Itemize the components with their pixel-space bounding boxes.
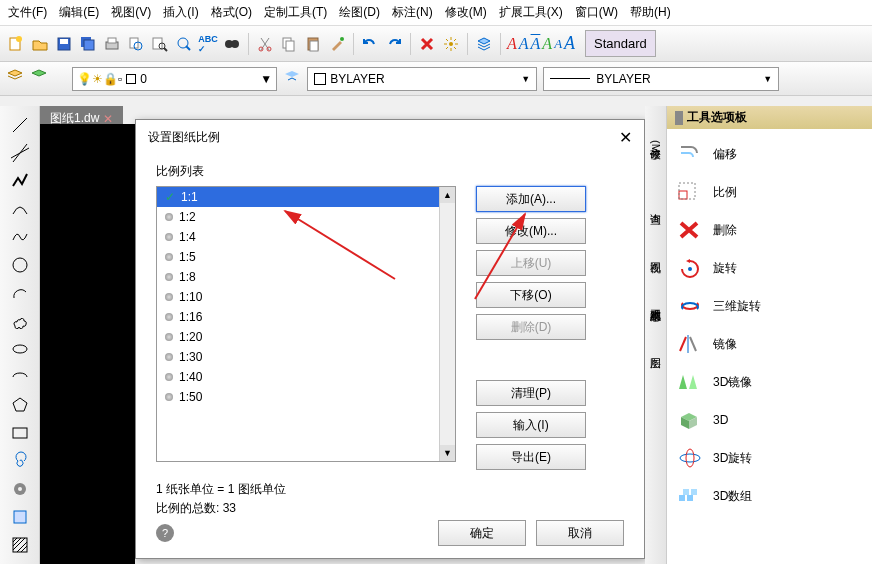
tool-item[interactable]: 3D [671,401,868,439]
saveall-icon[interactable] [78,34,98,54]
block-icon[interactable] [9,506,31,528]
chevron-down-icon[interactable]: ▼ [521,74,530,84]
menu-item[interactable]: 绘图(D) [339,4,380,21]
vtab[interactable]: 查询 [646,201,665,209]
clear-button[interactable]: 清理(P) [476,380,586,406]
tool-item[interactable]: 旋转 [671,249,868,287]
tool-item[interactable]: 镜像 [671,325,868,363]
list-item[interactable]: 1:40 [157,367,455,387]
list-item[interactable]: 1:8 [157,267,455,287]
ellipse-icon[interactable] [9,338,31,360]
modify-button[interactable]: 修改(M)... [476,218,586,244]
menu-item[interactable]: 编辑(E) [59,4,99,21]
tool-item[interactable]: 三维旋转 [671,287,868,325]
spiral-icon[interactable] [9,450,31,472]
undo-icon[interactable] [360,34,380,54]
menu-item[interactable]: 标注(N) [392,4,433,21]
rect-icon[interactable] [9,422,31,444]
list-item[interactable]: 1:5 [157,247,455,267]
circle-icon[interactable] [9,254,31,276]
tool-item[interactable]: 3D旋转 [671,439,868,477]
tool-item[interactable]: 删除 [671,211,868,249]
vtab[interactable]: 视图 [646,249,665,257]
cancel-button[interactable]: 取消 [536,520,624,546]
menu-item[interactable]: 帮助(H) [630,4,671,21]
menu-item[interactable]: 格式(O) [211,4,252,21]
plot-icon[interactable] [102,34,122,54]
import-button[interactable]: 输入(I) [476,412,586,438]
chevron-down-icon[interactable]: ▼ [260,72,272,86]
layer-states-icon[interactable] [30,68,48,89]
layer-name-input[interactable] [140,72,260,86]
scrollbar[interactable]: ▲▼ [439,187,455,461]
menu-item[interactable]: 视图(V) [111,4,151,21]
tool-item[interactable]: 偏移 [671,135,868,173]
spell-icon[interactable]: ABC✓ [198,34,218,54]
text-style-icons[interactable]: AAAAAA [507,33,575,54]
matchprop-icon[interactable] [327,34,347,54]
list-item[interactable]: ✓1:1 [157,187,455,207]
layer-combo[interactable]: 💡 ☀ 🔒 ▫ ▼ [72,67,277,91]
preview-icon[interactable] [126,34,146,54]
ellipsearc-icon[interactable] [9,366,31,388]
redo-icon[interactable] [384,34,404,54]
new-icon[interactable] [6,34,26,54]
arc2-icon[interactable] [9,282,31,304]
color-combo[interactable]: BYLAYER ▼ [307,67,537,91]
tool-item[interactable]: 3D镜像 [671,363,868,401]
menu-item[interactable]: 窗口(W) [575,4,618,21]
menu-item[interactable]: 修改(M) [445,4,487,21]
list-item[interactable]: 1:4 [157,227,455,247]
delete-button[interactable]: 删除(D) [476,314,586,340]
scroll-down-icon[interactable]: ▼ [440,445,455,461]
movedown-button[interactable]: 下移(O) [476,282,586,308]
binoculars-icon[interactable] [222,34,242,54]
chevron-down-icon[interactable]: ▼ [763,74,772,84]
ok-button[interactable]: 确定 [438,520,526,546]
hatch-icon[interactable] [9,534,31,556]
layers-icon[interactable] [474,34,494,54]
explode-icon[interactable] [441,34,461,54]
list-item[interactable]: 1:50 [157,387,455,407]
vtab[interactable]: 修改(M) [646,136,665,161]
list-item[interactable]: 1:20 [157,327,455,347]
linetype-combo[interactable]: BYLAYER ▼ [543,67,779,91]
cut-icon[interactable] [255,34,275,54]
tool-item[interactable]: 3D数组 [671,477,868,515]
copy-icon[interactable] [279,34,299,54]
scroll-up-icon[interactable]: ▲ [440,187,455,203]
zoom-icon[interactable] [174,34,194,54]
layer-manager-icon[interactable] [6,68,24,89]
arc-icon[interactable] [9,198,31,220]
spline-icon[interactable] [9,226,31,248]
list-item[interactable]: 1:30 [157,347,455,367]
revcloud-icon[interactable] [9,310,31,332]
polygon-icon[interactable] [9,394,31,416]
open-icon[interactable] [30,34,50,54]
pline-icon[interactable] [9,170,31,192]
list-item[interactable]: 1:2 [157,207,455,227]
line-icon[interactable] [9,114,31,136]
erase-icon[interactable] [417,34,437,54]
find-icon[interactable] [150,34,170,54]
list-item[interactable]: 1:16 [157,307,455,327]
menu-item[interactable]: 定制工具(T) [264,4,327,21]
save-icon[interactable] [54,34,74,54]
donut-icon[interactable] [9,478,31,500]
style-combo[interactable]: Standard [585,30,656,57]
layer-prev-icon[interactable] [283,68,301,89]
add-button[interactable]: 添加(A)... [476,186,586,212]
menu-item[interactable]: 扩展工具(X) [499,4,563,21]
menu-item[interactable]: 文件(F) [8,4,47,21]
xline-icon[interactable] [9,142,31,164]
moveup-button[interactable]: 上移(U) [476,250,586,276]
close-icon[interactable]: ✕ [619,128,632,147]
export-button[interactable]: 导出(E) [476,444,586,470]
paste-icon[interactable] [303,34,323,54]
list-item[interactable]: 1:10 [157,287,455,307]
vtab[interactable]: 三维动态观察 [646,297,665,305]
help-icon[interactable]: ? [156,524,174,542]
menu-item[interactable]: 插入(I) [163,4,198,21]
vtab[interactable]: 图层 [646,345,665,353]
drawing-canvas[interactable] [40,124,135,564]
